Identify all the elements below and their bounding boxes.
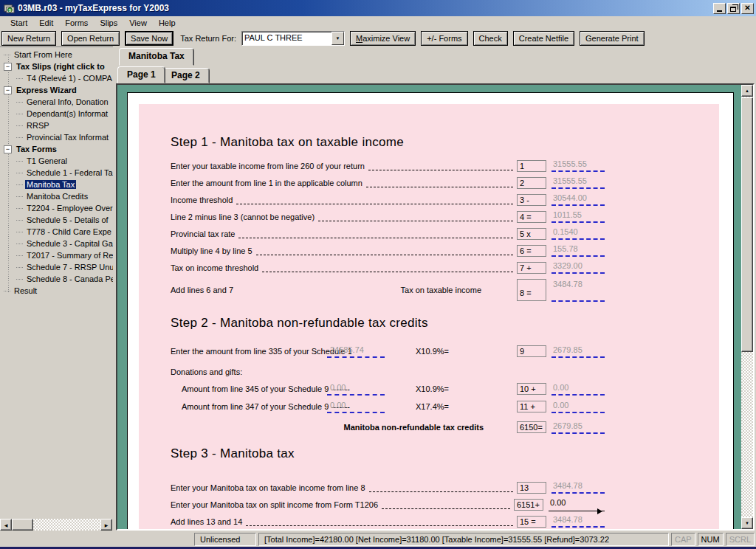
scroll-up-icon[interactable]: ▲ [741,85,753,97]
sidebar-item-tax-slips-right-click-to[interactable]: −Tax Slips (right click to [0,61,113,72]
field-underline[interactable]: 155.78 [551,244,605,257]
field-underline[interactable]: 2679.85 [551,421,605,434]
tab-page-2[interactable]: Page 2 [162,68,210,83]
form-row-line-4: Line 2 minus line 3 (cannot be negative)… [171,208,605,225]
create-netfile-button[interactable]: Create Netfile [513,31,574,46]
sidebar-item-label: T4 (Relevé 1) - COMPA [25,74,113,83]
sidebar-item-label: Manitoba Tax [25,180,76,189]
field-underline[interactable]: 3484.78 [551,278,605,302]
amount-field-underline[interactable]: 0.00 [327,383,385,396]
field-underline[interactable]: 31555.55 [551,159,605,172]
sidebar-item-label: Manitoba Credits [25,192,89,201]
sidebar-item-schedule-3-capital-ga[interactable]: Schedule 3 - Capital Ga [0,238,113,249]
sidebar-item-manitoba-credits[interactable]: Manitoba Credits [0,190,113,202]
new-return-button[interactable]: New Return [1,31,56,46]
sidebar-item-schedule-7-rrsp-unu[interactable]: Schedule 7 - RRSP Unu [0,261,113,273]
menu-view[interactable]: View [123,17,153,29]
menu-help[interactable]: Help [153,17,182,29]
tree-collapse-icon[interactable]: − [4,63,12,71]
menu-edit[interactable]: Edit [33,17,59,29]
field-underline[interactable]: 0.00 [549,498,605,511]
income-summary: [Total Income]=42180.00 [Net Income]=311… [258,533,669,546]
tree-collapse-icon[interactable]: − [4,86,12,94]
field-underline[interactable]: 0.1540 [551,227,605,240]
tree-connector-icon [16,102,23,103]
field-underline[interactable]: 1011.55 [551,210,605,223]
restore-button[interactable] [727,3,740,14]
menu-start[interactable]: Start [4,17,33,29]
sidebar-item-general-info-donation[interactable]: General Info, Donation [0,96,113,108]
rate-label: X10.9%= [416,347,485,356]
dash-leader [238,229,513,238]
amount-field-underline[interactable]: 24585.74 [327,345,385,358]
row-label: Amount from line 347 of your Schedule 9 … [171,402,327,411]
field-underline[interactable]: 30544.00 [551,193,605,206]
save-now-button[interactable]: Save Now [125,31,173,46]
step1-rows: Enter your taxable income from line 260 … [171,157,605,303]
sidebar-item-provincial-tax-informat[interactable]: Provincial Tax Informat [0,131,113,143]
chevron-down-icon[interactable]: ▼ [331,32,344,45]
sidebar-item-express-wizard[interactable]: −Express Wizard [0,84,113,96]
sidebar-horizontal-scrollbar[interactable]: ◀ ▶ [0,519,112,531]
sidebar-item-manitoba-tax[interactable]: Manitoba Tax [0,179,113,190]
tab-manitoba-tax[interactable]: Manitoba Tax [119,48,194,66]
sidebar-item-label: Schedule 7 - RRSP Unu [25,263,113,272]
sidebar-item-schedule-8-canada-pe[interactable]: Schedule 8 - Canada Pe [0,273,113,285]
scroll-right-icon[interactable]: ▶ [100,519,112,531]
field-underline[interactable]: 3329.00 [551,261,605,274]
sidebar-item-t2204-employee-over[interactable]: T2204 - Employee Over [0,202,113,214]
step3-rows: Enter your Manitoba tax on taxable incom… [171,479,605,529]
scrollbar-thumb[interactable] [741,97,753,352]
form-tab-row: Manitoba Tax [116,46,755,66]
form-view-frame: Step 1 - Manitoba tax on taxable income … [116,83,755,531]
dash-leader [369,483,513,492]
open-return-button[interactable]: Open Return [61,31,120,46]
sidebar-item-dependant-s-informat[interactable]: Dependant(s) Informat [0,108,113,120]
sidebar-item-tax-forms[interactable]: −Tax Forms [0,143,113,155]
dash-leader [368,161,513,170]
maximize-view-button[interactable]: Maximize View [350,31,416,46]
taxpayer-select[interactable]: PAUL C THREE ▼ [241,31,345,46]
form-vertical-scrollbar[interactable]: ▲ ▼ [741,85,753,529]
tree-connector-icon [16,244,23,244]
scrollbar-thumb[interactable] [12,519,33,531]
sidebar-item-result[interactable]: Result [0,285,113,297]
menu-forms[interactable]: Forms [59,17,94,29]
sidebar-item-schedule-1-federal-ta[interactable]: Schedule 1 - Federal Ta [0,167,113,179]
tree-collapse-icon[interactable]: − [4,145,12,153]
sidebar-item-t778-child-care-expe[interactable]: T778 - Child Care Expe [0,226,113,238]
sidebar-item-rrsp[interactable]: RRSP [0,120,113,131]
field-value: 0.00 [550,498,566,507]
menu-slips[interactable]: Slips [94,17,123,29]
tab-page-1[interactable]: Page 1 [117,66,165,83]
sidebar-item-schedule-5-details-of[interactable]: Schedule 5 - Details of [0,214,113,226]
generate-print-button[interactable]: Generate Print [580,31,645,46]
check-button[interactable]: Check [473,31,508,46]
close-button[interactable]: ✕ [741,3,754,14]
field-underline[interactable]: 0.00 [551,383,605,396]
field-underline[interactable]: 3484.78 [551,515,605,528]
scroll-down-icon[interactable]: ▼ [741,517,753,529]
amount-field-underline[interactable]: 0.00 [327,401,385,413]
scrollbar-track[interactable] [33,519,100,531]
sidebar-item-start-from-here[interactable]: Start From Here [0,49,113,61]
minimize-button[interactable] [713,3,726,14]
field-underline[interactable]: 2679.85 [551,345,605,358]
field-underline[interactable]: 31555.55 [551,176,605,189]
field-underline[interactable]: 0.00 [551,401,605,413]
sidebar-item-label: T1 General [25,156,69,165]
field-value: 3484.78 [553,280,583,289]
scroll-left-icon[interactable]: ◀ [0,519,12,531]
line-number-box: 13 [517,482,546,494]
field-value: 3484.78 [553,515,583,524]
sidebar-item-t1-general[interactable]: T1 General [0,155,113,167]
field-underline[interactable]: 3484.78 [551,481,605,494]
sidebar-item-t2017-summary-of-re[interactable]: T2017 - Summary of Re [0,249,113,261]
step2-rows: Enter the amount from line 335 of your S… [171,342,605,436]
form-page-sheet: Step 1 - Manitoba tax on taxable income … [127,92,734,529]
form-row-line-7: Tax on income threshold7 +3329.00 [171,259,605,276]
plus-minus-forms-button[interactable]: +/- Forms [421,31,467,46]
sidebar-item-label: Schedule 1 - Federal Ta [25,168,113,177]
field-value: 31555.55 [553,176,587,185]
sidebar-item-t4-relev-1-compa[interactable]: T4 (Relevé 1) - COMPA [0,72,113,84]
